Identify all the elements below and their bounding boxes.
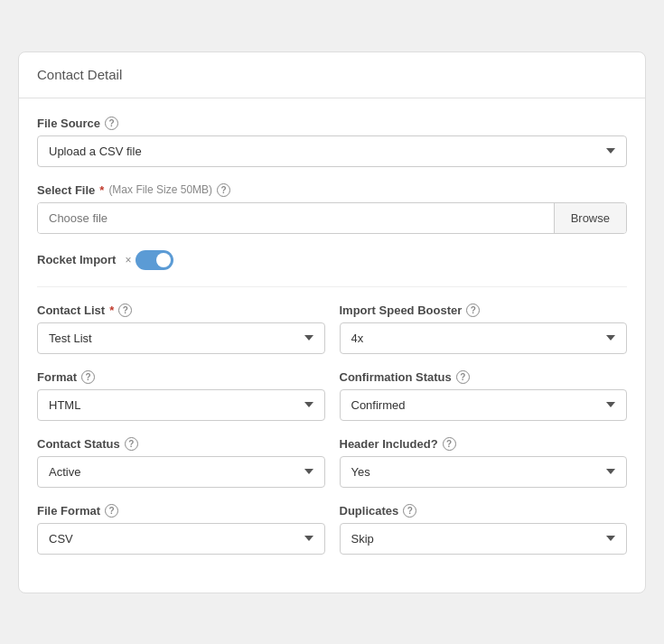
format-group: Format ? HTML Text Both <box>37 370 325 421</box>
contact-list-required: * <box>109 303 114 317</box>
contact-status-group: Contact Status ? Active Inactive Unsubsc… <box>37 437 325 488</box>
file-format-help-icon[interactable]: ? <box>105 504 118 518</box>
browse-button[interactable]: Browse <box>554 203 626 233</box>
file-source-help-icon[interactable]: ? <box>105 117 118 130</box>
rocket-import-row: Rocket Import × <box>37 250 627 270</box>
contact-list-label: Contact List * ? <box>37 303 325 317</box>
header-included-select[interactable]: Yes No <box>340 456 628 488</box>
divider <box>37 286 627 287</box>
rocket-import-label: Rocket Import <box>37 253 116 266</box>
toggle-slider <box>136 250 173 270</box>
header-included-label: Header Included? ? <box>340 437 628 451</box>
contact-status-help-icon[interactable]: ? <box>125 437 138 451</box>
toggle-wrapper: × <box>125 250 173 270</box>
card-body: File Source ? Upload a CSV file FTP URL … <box>19 98 645 593</box>
row-format-confirmation: Format ? HTML Text Both Confirmation Sta… <box>37 370 627 437</box>
contact-status-label: Contact Status ? <box>37 437 325 451</box>
contact-list-help-icon[interactable]: ? <box>118 303 132 317</box>
card-title: Contact Detail <box>37 67 122 82</box>
confirmation-status-help-icon[interactable]: ? <box>456 370 470 384</box>
select-file-help-icon[interactable]: ? <box>217 183 230 197</box>
import-speed-label: Import Speed Booster ? <box>340 303 628 317</box>
row-contact-list-speed: Contact List * ? Test List List 2 List 3… <box>37 303 627 370</box>
format-select[interactable]: HTML Text Both <box>37 389 325 421</box>
duplicates-group: Duplicates ? Skip Update Overwrite <box>340 504 628 555</box>
format-help-icon[interactable]: ? <box>81 370 95 384</box>
header-included-help-icon[interactable]: ? <box>443 437 456 451</box>
contact-list-group: Contact List * ? Test List List 2 List 3 <box>37 303 325 354</box>
import-speed-select[interactable]: 1x 2x 4x 8x <box>340 322 628 354</box>
contact-detail-card: Contact Detail File Source ? Upload a CS… <box>18 51 646 593</box>
duplicates-select[interactable]: Skip Update Overwrite <box>340 523 628 555</box>
rocket-import-toggle[interactable] <box>136 250 173 270</box>
confirmation-status-group: Confirmation Status ? Confirmed Unconfir… <box>340 370 628 421</box>
import-speed-help-icon[interactable]: ? <box>466 303 480 317</box>
row-file-format-duplicates: File Format ? CSV Excel TSV Duplicates ?… <box>37 504 627 571</box>
file-source-group: File Source ? Upload a CSV file FTP URL <box>37 117 627 167</box>
required-indicator: * <box>99 183 104 197</box>
file-format-label: File Format ? <box>37 504 325 518</box>
select-file-label: Select File * (Max File Size 50MB) ? <box>37 183 627 197</box>
header-included-group: Header Included? ? Yes No <box>340 437 628 488</box>
file-format-select[interactable]: CSV Excel TSV <box>37 523 325 555</box>
confirmation-status-select[interactable]: Confirmed Unconfirmed Any <box>340 389 628 421</box>
file-input-group: Browse <box>37 202 627 234</box>
format-label: Format ? <box>37 370 325 384</box>
toggle-x-icon: × <box>125 254 131 266</box>
file-input-text[interactable] <box>38 203 554 233</box>
duplicates-help-icon[interactable]: ? <box>403 504 416 518</box>
file-source-select[interactable]: Upload a CSV file FTP URL <box>37 135 627 167</box>
card-header: Contact Detail <box>19 52 645 98</box>
contact-status-select[interactable]: Active Inactive Unsubscribed <box>37 456 325 488</box>
import-speed-group: Import Speed Booster ? 1x 2x 4x 8x <box>340 303 628 354</box>
file-format-group: File Format ? CSV Excel TSV <box>37 504 325 555</box>
contact-list-select[interactable]: Test List List 2 List 3 <box>37 322 325 354</box>
duplicates-label: Duplicates ? <box>340 504 628 518</box>
confirmation-status-label: Confirmation Status ? <box>340 370 628 384</box>
row-contact-status-header: Contact Status ? Active Inactive Unsubsc… <box>37 437 627 504</box>
file-source-label: File Source ? <box>37 117 627 130</box>
select-file-group: Select File * (Max File Size 50MB) ? Bro… <box>37 183 627 234</box>
